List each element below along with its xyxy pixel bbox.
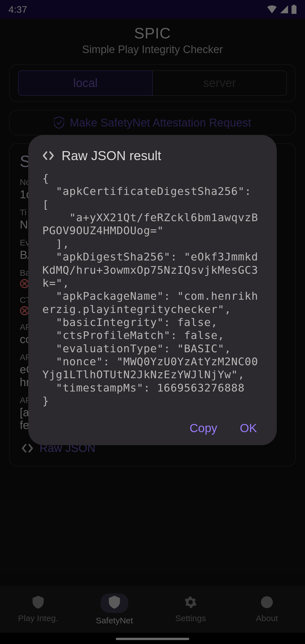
ok-button[interactable]: OK [240, 421, 257, 435]
code-icon [42, 150, 54, 162]
raw-json-dialog: Raw JSON result { "apkCertificateDigestS… [28, 135, 277, 445]
copy-button[interactable]: Copy [189, 421, 217, 435]
dialog-title: Raw JSON result [62, 148, 161, 163]
dialog-json-content: { "apkCertificateDigestSha256": [ "a+yXX… [42, 172, 263, 407]
